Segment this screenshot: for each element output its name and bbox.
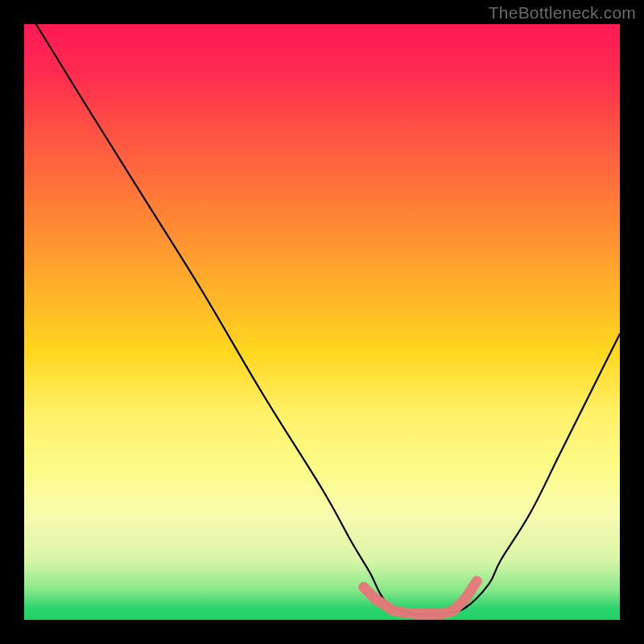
watermark-text: TheBottleneck.com: [489, 3, 636, 23]
bottleneck-curve-line: [36, 24, 620, 615]
plot-area: [24, 24, 620, 620]
svg-point-0: [359, 583, 368, 592]
chart-container: TheBottleneck.com: [0, 0, 644, 644]
chart-svg: [24, 24, 620, 620]
svg-point-1: [370, 594, 381, 605]
